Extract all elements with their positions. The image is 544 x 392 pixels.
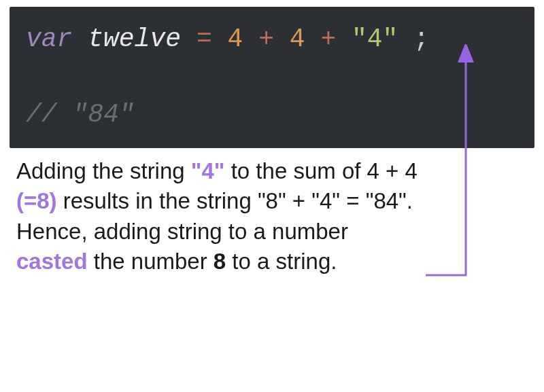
code-number-1: 4: [228, 24, 243, 54]
code-variable-name: twelve: [88, 24, 181, 54]
code-operator-plus-2: +: [320, 24, 336, 54]
explain-part-3: results in the string "8" + "4" = "84". …: [16, 188, 413, 244]
explain-part-1: Adding the string: [16, 158, 191, 183]
explain-highlight-equals: (=8): [16, 188, 57, 213]
code-keyword-var: var: [26, 24, 72, 54]
explain-highlight-string: "4": [191, 158, 225, 183]
code-line-1: var twelve = 4 + 4 + "4" ;: [26, 19, 518, 60]
code-comment: // "84": [26, 100, 135, 129]
code-line-2: // "84": [26, 94, 518, 136]
code-string-literal: "4": [352, 24, 398, 54]
explain-part-5: to a string.: [226, 249, 337, 274]
explain-part-4: the number: [88, 249, 214, 274]
explain-highlight-eight: 8: [214, 249, 226, 274]
explain-highlight-casted: casted: [16, 249, 88, 274]
code-operator-assign: =: [197, 24, 212, 54]
code-number-2: 4: [290, 24, 305, 54]
explanation-text: Adding the string "4" to the sum of 4 + …: [16, 156, 424, 277]
explain-part-2: to the sum of 4 + 4: [225, 158, 418, 183]
code-block: var twelve = 4 + 4 + "4" ; // "84": [10, 7, 534, 148]
code-operator-plus-1: +: [258, 24, 274, 54]
code-semicolon: ;: [413, 24, 429, 54]
